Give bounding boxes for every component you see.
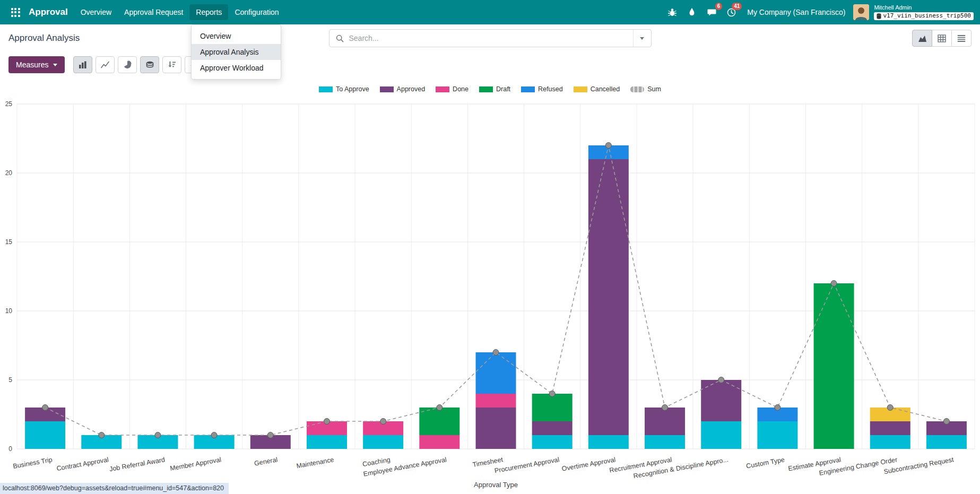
sum-point[interactable] xyxy=(42,405,48,411)
menu-overview[interactable]: Overview xyxy=(74,4,118,20)
line-chart-button[interactable] xyxy=(96,56,115,73)
reports-menu-approver-workload[interactable]: Approver Workload xyxy=(192,60,281,76)
legend-item[interactable]: Draft xyxy=(479,85,510,93)
bar-segment[interactable] xyxy=(25,421,65,449)
sum-point[interactable] xyxy=(943,419,949,424)
sum-point[interactable] xyxy=(831,281,837,287)
chart: 0510152025Business TripContract Approval… xyxy=(0,97,980,494)
legend-label: Done xyxy=(453,85,469,93)
bar-segment[interactable] xyxy=(701,421,741,449)
user-avatar[interactable] xyxy=(853,4,869,20)
legend-item[interactable]: Refused xyxy=(521,85,563,93)
menu-reports[interactable]: Reports xyxy=(189,4,228,20)
chevron-down-icon xyxy=(640,37,644,40)
bar-segment[interactable] xyxy=(645,408,685,435)
x-tick-label: Procurement Approval xyxy=(494,456,560,474)
x-tick-label: Business Trip xyxy=(12,456,53,470)
bar-segment[interactable] xyxy=(870,435,910,449)
reports-menu-overview[interactable]: Overview xyxy=(192,28,281,44)
y-tick-label: 0 xyxy=(8,445,12,453)
graph-view-icon xyxy=(918,34,927,42)
legend-label: Draft xyxy=(496,85,510,93)
sum-point[interactable] xyxy=(211,432,217,438)
company-switcher[interactable]: My Company (San Francisco) xyxy=(747,8,845,16)
stacked-toggle-button[interactable] xyxy=(140,56,159,73)
legend-item[interactable]: Done xyxy=(436,85,469,93)
sum-point[interactable] xyxy=(99,432,105,438)
sum-point[interactable] xyxy=(380,419,386,424)
bar-segment[interactable] xyxy=(701,380,741,421)
legend-label: To Approve xyxy=(336,85,369,93)
sum-point[interactable] xyxy=(887,405,893,411)
list-view-button[interactable] xyxy=(951,30,972,47)
y-tick-label: 5 xyxy=(8,376,12,384)
legend-item[interactable]: Sum xyxy=(630,85,661,93)
reports-menu-approval-analysis[interactable]: Approval Analysis xyxy=(192,44,281,60)
pie-chart-button[interactable] xyxy=(118,56,137,73)
messages-badge: 6 xyxy=(715,3,723,10)
bar-segment[interactable] xyxy=(419,408,459,435)
bar-segment[interactable] xyxy=(307,435,347,449)
sum-point[interactable] xyxy=(549,391,555,397)
sum-point[interactable] xyxy=(718,377,724,383)
bar-segment[interactable] xyxy=(363,435,403,449)
legend-item[interactable]: Cancelled xyxy=(574,85,620,93)
sum-point[interactable] xyxy=(775,405,780,411)
bar-chart-button[interactable] xyxy=(73,56,92,73)
bar-segment[interactable] xyxy=(645,435,685,449)
chart-legend: To ApproveApprovedDoneDraftRefusedCancel… xyxy=(0,77,980,97)
search-bar[interactable] xyxy=(329,29,652,47)
sum-point[interactable] xyxy=(155,432,161,438)
statusbar-url: localhost:8069/web?debug=assets&reload=t… xyxy=(3,484,224,492)
sort-descending-icon xyxy=(168,61,176,68)
y-tick-label: 15 xyxy=(5,238,13,246)
sum-point[interactable] xyxy=(324,419,329,424)
bar-segment[interactable] xyxy=(476,408,516,449)
activities-button[interactable]: 41 xyxy=(725,6,737,18)
sum-point[interactable] xyxy=(605,143,611,149)
activities-badge: 41 xyxy=(732,3,742,10)
sum-point[interactable] xyxy=(662,405,668,411)
link-preview-statusbar: localhost:8069/web?debug=assets&reload=t… xyxy=(0,483,229,494)
legend-item[interactable]: To Approve xyxy=(319,85,369,93)
navbar-menu: Overview Approval Request Reports Config… xyxy=(74,0,285,24)
pie-chart-icon xyxy=(123,60,132,69)
legend-swatch xyxy=(574,86,587,92)
bar-segment[interactable] xyxy=(814,283,854,449)
legend-item[interactable]: Approved xyxy=(380,85,426,93)
bar-segment[interactable] xyxy=(870,421,910,435)
apps-menu-button[interactable] xyxy=(6,3,24,21)
sum-point[interactable] xyxy=(493,350,499,356)
bar-segment[interactable] xyxy=(926,435,967,449)
app-name[interactable]: Approval xyxy=(29,7,68,18)
bar-segment[interactable] xyxy=(588,435,629,449)
database-badge: v17_viin_business_trip500 xyxy=(874,12,974,20)
legend-swatch xyxy=(479,86,493,92)
buildswatch-drop-icon[interactable] xyxy=(686,6,698,18)
bar-segment[interactable] xyxy=(419,435,459,449)
user-menu[interactable]: Mitchell Admin v17_viin_business_trip500 xyxy=(874,4,974,20)
search-input[interactable] xyxy=(348,33,633,43)
debug-bug-icon[interactable] xyxy=(666,6,678,18)
y-tick-label: 10 xyxy=(5,307,13,315)
legend-label: Cancelled xyxy=(591,85,620,93)
sort-descending-button[interactable] xyxy=(162,56,181,73)
sum-point[interactable] xyxy=(437,405,443,411)
sum-point[interactable] xyxy=(267,432,273,438)
bar-segment[interactable] xyxy=(532,435,573,449)
bar-segment[interactable] xyxy=(532,421,573,435)
graph-view-button[interactable] xyxy=(912,30,932,47)
menu-configuration[interactable]: Configuration xyxy=(228,4,285,20)
pivot-view-button[interactable] xyxy=(932,30,952,47)
bar-segment[interactable] xyxy=(476,352,516,394)
menu-approval-request[interactable]: Approval Request xyxy=(118,4,189,20)
x-tick-label: Contract Approval xyxy=(56,456,109,472)
search-options-toggle[interactable] xyxy=(633,30,651,47)
messages-button[interactable]: 6 xyxy=(706,6,717,18)
bar-segment[interactable] xyxy=(476,394,516,408)
top-navbar: Approval Overview Approval Request Repor… xyxy=(0,0,980,24)
bar-segment[interactable] xyxy=(588,159,629,435)
bar-segment[interactable] xyxy=(532,394,573,421)
measures-button[interactable]: Measures xyxy=(8,56,65,73)
bar-segment[interactable] xyxy=(757,421,797,449)
